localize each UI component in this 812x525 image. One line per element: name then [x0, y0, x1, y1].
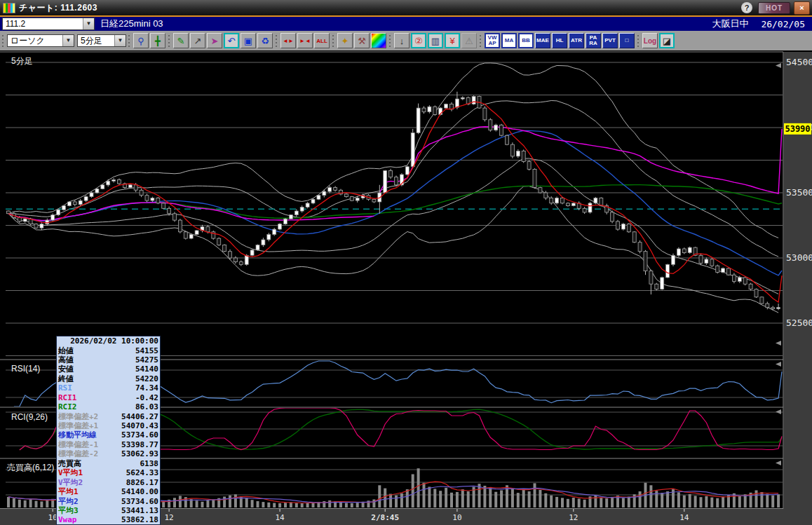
price-mark-icon[interactable]: ↓ [394, 33, 410, 48]
trendline-icon[interactable]: ↗ [190, 33, 205, 48]
undo-icon[interactable]: ↶ [224, 33, 239, 48]
pencil-icon[interactable]: ✎ [173, 33, 189, 48]
symbol-combo[interactable]: 111.2 ▼ [2, 18, 95, 30]
data-tooltip: 2026/02/02 10:00:00始値54155高値54275安値54140… [56, 336, 161, 525]
tooltip-row: 標準偏差+154070.43 [58, 421, 158, 430]
price-axis-label: 53000 [786, 252, 812, 263]
tooltip-row: 標準偏差-153398.77 [58, 440, 158, 449]
session-label: 大阪日中 [712, 18, 748, 30]
ma-icon[interactable]: MA [501, 33, 517, 48]
close-button[interactable]: × [794, 1, 810, 15]
cursor-icon[interactable]: ➤ [207, 33, 222, 48]
price-axis-label: 54500 [786, 57, 812, 67]
zoom-icon[interactable]: ⚲ [133, 33, 149, 48]
symbol-combo-value: 111.2 [3, 19, 83, 29]
settings-wrench-icon[interactable]: ⚒ [354, 33, 370, 48]
para-icon[interactable]: PA RA [586, 33, 601, 48]
tooltip-header: 2026/02/02 10:00:00 [58, 336, 158, 346]
toolbar-grip [637, 34, 640, 48]
show-all-icon[interactable]: ALL [314, 33, 330, 48]
instrument-label: 日経225mini 03 [100, 18, 163, 30]
window-title: チャート: 111.2603 [19, 2, 97, 14]
date-label: 26/02/05 [761, 19, 805, 29]
hl-icon[interactable]: HL [552, 33, 567, 48]
hot-button[interactable]: HOT [758, 2, 790, 14]
toolbar-grip [128, 34, 131, 48]
copy-icon[interactable]: ▣ [241, 33, 256, 48]
toolbar-grip [388, 34, 392, 48]
help-button[interactable]: ? [741, 2, 752, 13]
switch-chart-icon[interactable]: ◪ [659, 33, 675, 48]
toolbar-grip [332, 34, 335, 48]
time-axis-label: 10 [452, 513, 461, 522]
vwap-icon[interactable]: VW AP [485, 33, 500, 48]
panel-layout-icon[interactable]: ▥ [428, 33, 443, 48]
time-axis-label: 14 [679, 513, 689, 522]
timeframe-combo[interactable]: 5分足 ▼ [77, 34, 126, 47]
chevron-down-icon[interactable]: ▼ [62, 35, 74, 46]
time-axis-label: 12 [569, 513, 578, 522]
tooltip-row: 移動平均線53734.60 [58, 430, 158, 439]
title-bar: チャート: 111.2603 ? HOT × [0, 0, 812, 15]
shrink-bars-icon[interactable]: ►◄ [297, 33, 313, 48]
tooltip-row: 標準偏差+254406.27 [58, 412, 158, 421]
indicator-star-icon[interactable]: ✦ [337, 33, 353, 48]
candle-type-combo[interactable]: ローソク ▼ [7, 34, 74, 47]
chart-window: チャート: 111.2603 ? HOT × 111.2 ▼ 日経225mini… [0, 0, 812, 525]
tooltip-row: RCI286.03 [58, 402, 158, 411]
yen-mark-icon[interactable]: ¥ [445, 33, 460, 48]
tooltip-row: V平均15624.33 [58, 468, 158, 477]
color-palette-icon[interactable] [371, 33, 386, 48]
toolbar-grip [1, 34, 5, 48]
tooltip-row: 始値54155 [58, 346, 158, 355]
mae-icon[interactable]: MAE [535, 33, 550, 48]
toolbar-grip [168, 34, 171, 48]
volume-panel-label: 売買高(6,12) [7, 462, 54, 474]
tooltip-row: 標準偏差-253062.93 [58, 449, 158, 458]
tooltip-row: 終値54220 [58, 374, 158, 383]
expand-bars-icon[interactable]: ◄► [280, 33, 296, 48]
tooltip-row: 安値54140 [58, 364, 158, 374]
chevron-down-icon[interactable]: ▼ [114, 35, 126, 46]
log-scale-icon[interactable]: Log [642, 33, 658, 48]
alert-icon[interactable]: ⚠ [461, 33, 477, 48]
last-price-badge-value: 53990 [785, 124, 810, 134]
price-axis-label: 52500 [786, 318, 812, 328]
symbol-bar: 111.2 ▼ 日経225mini 03 大阪日中 26/02/05 [0, 17, 812, 31]
toolbar: ローソク ▼ 5分足 ▼ ⚲╋✎↗➤↶▣♻◄►►◄ALL✦⚒↓②▥¥⚠VW AP… [0, 31, 812, 51]
grid-icon[interactable]: ╋ [150, 33, 165, 48]
toolbar-grip [275, 34, 278, 48]
app-icon [3, 3, 15, 13]
chevron-down-icon[interactable]: ▼ [83, 18, 94, 29]
price-axis [784, 52, 812, 509]
tooltip-row: RSI74.34 [58, 383, 158, 393]
time-mark-icon[interactable]: ② [411, 33, 426, 48]
price-axis-label: 53500 [786, 187, 812, 198]
rci-panel-label: RCI(9,26) [11, 412, 48, 422]
tooltip-row: 平均253734.60 [58, 497, 158, 506]
tooltip-row: 高値54275 [58, 355, 158, 364]
trash-icon[interactable]: ♻ [257, 33, 273, 48]
bb-icon[interactable]: BB [518, 33, 534, 48]
atr-icon[interactable]: ATR [569, 33, 584, 48]
tooltip-row: V平均28826.17 [58, 478, 158, 487]
tooltip-row: 売買高6138 [58, 459, 158, 468]
main-panel-label: 5分足 [11, 55, 33, 67]
tooltip-row: 平均353441.13 [58, 506, 158, 515]
frame-icon[interactable]: □ [619, 33, 635, 48]
time-axis-label: 2/8:45 [371, 513, 399, 522]
tooltip-row: Vwap53862.18 [58, 515, 158, 524]
time-axis-label: 14 [275, 513, 285, 522]
rsi-panel-label: RSI(14) [11, 364, 40, 374]
time-axis-label: 12 [164, 513, 173, 522]
tooltip-row: RCI1-0.42 [58, 393, 158, 402]
pvt-icon[interactable]: PVT [602, 33, 618, 48]
toolbar-grip [479, 34, 482, 48]
tooltip-row: 平均154140.00 [58, 487, 158, 496]
